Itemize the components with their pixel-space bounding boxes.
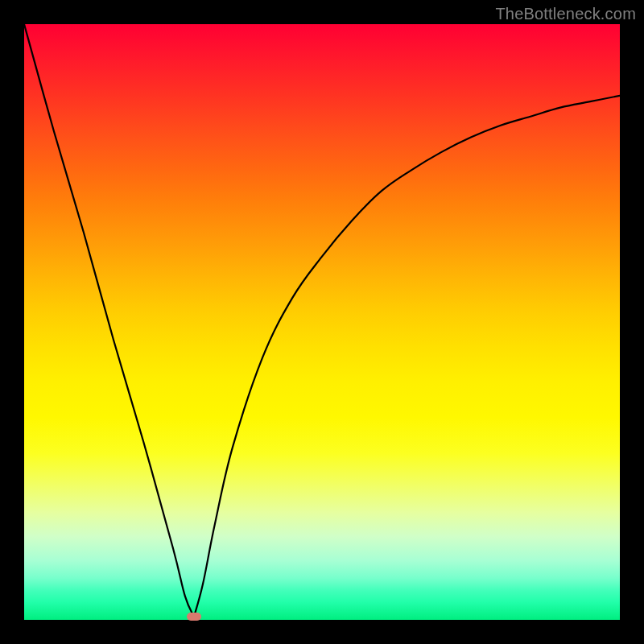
watermark-text: TheBottleneck.com [495, 5, 636, 23]
curve-layer [24, 24, 620, 620]
left-branch-line [24, 24, 194, 617]
minimum-marker [187, 613, 201, 621]
plot-area [24, 24, 620, 620]
chart-frame: TheBottleneck.com [0, 0, 644, 644]
right-branch-line [194, 96, 620, 617]
